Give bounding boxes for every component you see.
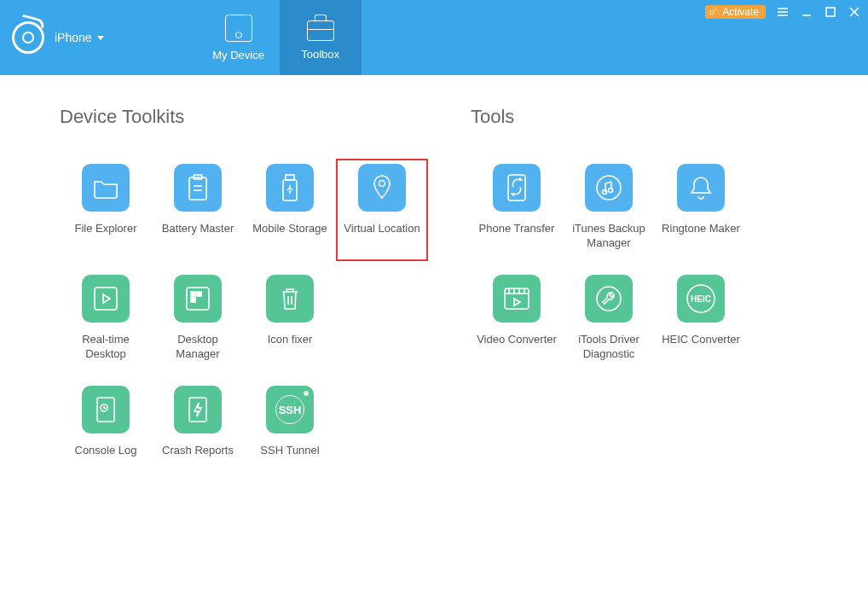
item-phone-transfer[interactable]: Phone Transfer xyxy=(471,159,563,261)
key-icon xyxy=(709,7,719,17)
item-virtual-location[interactable]: Virtual Location xyxy=(336,159,428,261)
svg-point-17 xyxy=(603,190,607,195)
section-title-device-toolkits: Device Toolkits xyxy=(60,106,428,128)
item-label: Phone Transfer xyxy=(479,222,555,236)
item-label: Battery Master xyxy=(162,222,234,236)
wrench-icon xyxy=(585,275,633,323)
heic-badge-icon: HEIC xyxy=(677,275,725,323)
item-label: Ringtone Maker xyxy=(662,222,740,236)
apps-grid-icon xyxy=(174,275,222,323)
item-label: Crash Reports xyxy=(162,444,234,458)
svg-rect-2 xyxy=(189,177,206,200)
tools-section: Tools Phone Transfer iTunes Backup Manag… xyxy=(471,106,747,483)
item-label: iTunes Backup Manager xyxy=(566,222,651,251)
item-heic-converter[interactable]: HEIC HEIC Converter xyxy=(655,270,747,372)
item-label: Real-time Desktop xyxy=(63,333,148,362)
svg-rect-7 xyxy=(95,288,117,310)
item-console-log[interactable]: Console Log xyxy=(60,381,152,483)
document-clock-icon xyxy=(82,386,130,433)
item-realtime-desktop[interactable]: Real-time Desktop xyxy=(60,270,152,372)
close-button[interactable] xyxy=(848,5,861,19)
menu-button[interactable] xyxy=(776,5,790,19)
svg-rect-1 xyxy=(826,8,835,16)
item-label: iTools Driver Diagnostic xyxy=(566,333,651,362)
usb-icon xyxy=(266,164,314,212)
item-itunes-backup[interactable]: iTunes Backup Manager xyxy=(563,159,655,261)
section-title-tools: Tools xyxy=(471,106,747,128)
item-label: Console Log xyxy=(75,444,137,458)
svg-rect-9 xyxy=(191,292,195,296)
item-ssh-tunnel[interactable]: SSH SSH Tunnel xyxy=(244,381,336,483)
phone-sync-icon xyxy=(493,164,541,212)
main-content: Device Toolkits File Explorer Battery Ma… xyxy=(0,75,868,483)
item-file-explorer[interactable]: File Explorer xyxy=(60,159,152,261)
bell-icon xyxy=(677,164,725,212)
film-icon xyxy=(493,275,541,323)
activate-label: Activate xyxy=(722,6,759,18)
tab-label: Toolbox xyxy=(301,48,339,61)
item-label: Virtual Location xyxy=(344,222,420,236)
item-icon-fixer[interactable]: Icon fixer xyxy=(244,270,336,372)
activate-button[interactable]: Activate xyxy=(705,5,766,19)
svg-point-20 xyxy=(597,287,621,311)
item-battery-master[interactable]: Battery Master xyxy=(152,159,244,261)
item-crash-reports[interactable]: Crash Reports xyxy=(152,381,244,483)
svg-rect-10 xyxy=(197,292,201,296)
status-dot-icon xyxy=(304,391,309,396)
document-bolt-icon xyxy=(174,386,222,433)
item-label: File Explorer xyxy=(75,222,137,236)
svg-rect-11 xyxy=(191,298,195,302)
device-selector[interactable]: iPhone xyxy=(55,31,104,44)
item-label: Icon fixer xyxy=(268,333,313,347)
item-ringtone-maker[interactable]: Ringtone Maker xyxy=(655,159,747,261)
item-label: Desktop Manager xyxy=(155,333,240,362)
svg-rect-15 xyxy=(508,175,525,201)
tools-grid: Phone Transfer iTunes Backup Manager Rin… xyxy=(471,159,747,372)
device-toolkits-section: Device Toolkits File Explorer Battery Ma… xyxy=(60,106,428,483)
device-label: iPhone xyxy=(55,31,92,44)
header-tabs: My Device Toolbox xyxy=(198,0,362,75)
tab-label: My Device xyxy=(212,49,264,61)
play-icon xyxy=(82,275,130,323)
item-label: Video Converter xyxy=(477,333,557,347)
item-label: SSH Tunnel xyxy=(260,444,319,458)
music-note-icon xyxy=(585,164,633,212)
svg-rect-12 xyxy=(97,398,114,422)
tablet-icon xyxy=(225,15,252,42)
clipboard-icon xyxy=(174,164,222,212)
minimize-button[interactable] xyxy=(800,5,813,19)
item-label: HEIC Converter xyxy=(662,333,740,347)
heic-text: HEIC xyxy=(691,294,711,304)
item-mobile-storage[interactable]: Mobile Storage xyxy=(244,159,336,261)
item-desktop-manager[interactable]: Desktop Manager xyxy=(152,270,244,372)
ssh-icon: SSH xyxy=(266,386,314,433)
folder-icon xyxy=(82,164,130,212)
item-driver-diagnostic[interactable]: iTools Driver Diagnostic xyxy=(563,270,655,372)
brand: iPhone xyxy=(0,0,104,75)
tab-toolbox[interactable]: Toolbox xyxy=(280,0,362,75)
chevron-down-icon xyxy=(97,36,104,40)
svg-rect-14 xyxy=(189,398,206,422)
app-logo-icon xyxy=(12,21,44,54)
location-pin-icon xyxy=(358,164,406,212)
svg-point-6 xyxy=(379,181,385,187)
maximize-button[interactable] xyxy=(824,5,837,19)
svg-rect-5 xyxy=(286,175,294,180)
tab-my-device[interactable]: My Device xyxy=(198,0,280,75)
svg-point-16 xyxy=(597,176,621,200)
toolbox-icon xyxy=(307,20,334,41)
item-video-converter[interactable]: Video Converter xyxy=(471,270,563,372)
trash-icon xyxy=(266,275,314,323)
device-toolkits-grid: File Explorer Battery Master Mobile Stor… xyxy=(60,159,428,483)
svg-rect-8 xyxy=(187,288,209,310)
app-header: iPhone My Device Toolbox Activate xyxy=(0,0,868,75)
item-label: Mobile Storage xyxy=(252,222,327,236)
window-controls: Activate xyxy=(705,5,861,19)
